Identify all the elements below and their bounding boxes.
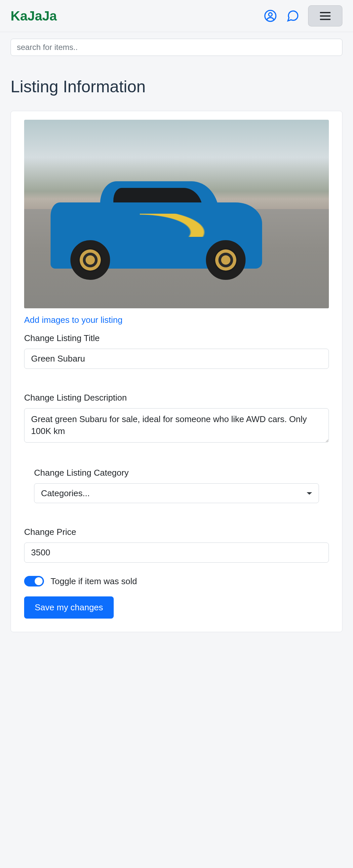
- category-group: Change Listing Category Categories...: [24, 468, 329, 503]
- chat-icon[interactable]: [286, 9, 300, 23]
- svg-rect-3: [320, 16, 330, 17]
- brand-logo[interactable]: KaJaJa: [10, 9, 57, 24]
- sold-toggle-label: Toggle if item was sold: [51, 576, 137, 587]
- nav-right: [263, 5, 343, 27]
- save-button[interactable]: Save my changes: [24, 596, 114, 619]
- category-label: Change Listing Category: [34, 468, 319, 478]
- listing-card: Add images to your listing Change Listin…: [10, 111, 343, 632]
- listing-image: [24, 120, 329, 308]
- profile-icon[interactable]: [263, 9, 278, 23]
- sold-toggle[interactable]: [24, 576, 44, 587]
- category-select[interactable]: Categories...: [34, 483, 319, 503]
- title-label: Change Listing Title: [24, 333, 329, 343]
- svg-rect-2: [320, 12, 330, 13]
- svg-rect-4: [320, 19, 330, 20]
- navbar: KaJaJa: [0, 0, 353, 32]
- description-label: Change Listing Description: [24, 393, 329, 403]
- description-input[interactable]: [24, 408, 329, 443]
- svg-point-1: [269, 13, 272, 17]
- main-container: Listing Information Add images to your l…: [0, 32, 353, 645]
- description-group: Change Listing Description: [24, 393, 329, 444]
- title-group: Change Listing Title: [24, 333, 329, 369]
- price-input[interactable]: [24, 542, 329, 563]
- price-label: Change Price: [24, 527, 329, 537]
- title-input[interactable]: [24, 349, 329, 369]
- search-input[interactable]: [10, 39, 343, 56]
- price-group: Change Price: [24, 527, 329, 563]
- page-title: Listing Information: [10, 77, 343, 96]
- hamburger-menu-button[interactable]: [308, 5, 343, 27]
- sold-toggle-row: Toggle if item was sold: [24, 576, 329, 587]
- add-images-link[interactable]: Add images to your listing: [24, 315, 123, 325]
